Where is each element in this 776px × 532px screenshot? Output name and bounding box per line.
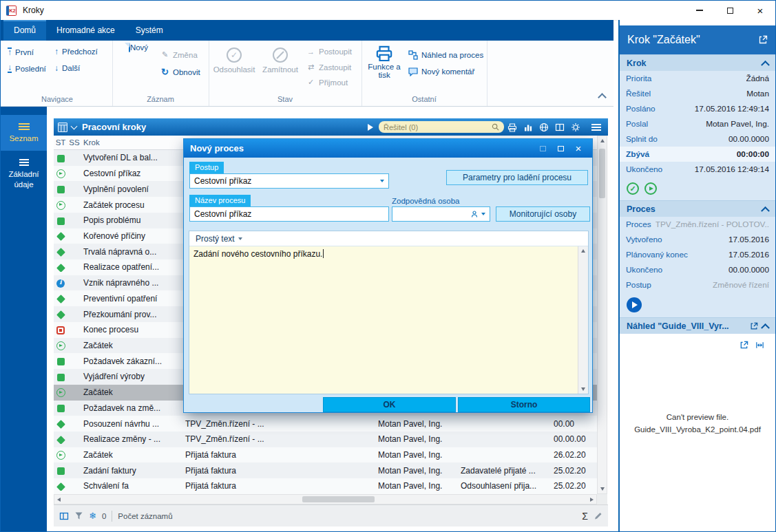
panel-field-row: PoslalMotan Pavel, Ing.	[620, 116, 775, 131]
open-external-icon[interactable]	[740, 341, 748, 350]
responsible-person-combobox[interactable]	[392, 206, 490, 222]
vscroll-thumb[interactable]	[599, 149, 605, 198]
filter-icon[interactable]	[74, 511, 83, 520]
tab-domu[interactable]: Domů	[3, 20, 46, 41]
tab-hromadne-akce[interactable]: Hromadné akce	[46, 20, 125, 41]
storno-button[interactable]: Storno	[458, 397, 590, 412]
postup-combobox[interactable]: Cestovní příkaz	[189, 173, 389, 189]
scroll-up-arrow[interactable]	[581, 249, 585, 253]
dialog-restore-button[interactable]	[535, 142, 550, 155]
reject-button[interactable]: Zamítnout	[258, 45, 302, 74]
minimize-button[interactable]	[684, 1, 715, 20]
col-header-st[interactable]: ST	[54, 138, 67, 147]
sidebar-item-seznam[interactable]: Seznam	[1, 115, 47, 151]
col-header-ss[interactable]: SS	[67, 138, 81, 147]
cell-krok: Schválení fa	[81, 481, 183, 491]
process-run-button[interactable]	[627, 297, 642, 312]
scroll-down-arrow[interactable]	[581, 387, 585, 391]
accept-button[interactable]: ✓Přijmout	[306, 78, 348, 87]
scroll-down-arrow[interactable]	[600, 487, 605, 491]
edit-pencil-icon[interactable]	[594, 511, 602, 520]
record-count-label: Počet záznamů	[118, 512, 172, 520]
refresh-button[interactable]: ↻Obnovit	[160, 67, 200, 77]
table-row[interactable]: ZačátekPřijatá fakturaMotan Pavel, Ing.2…	[54, 447, 597, 463]
run-filter-play-icon[interactable]	[368, 124, 373, 131]
status-diamond-icon	[56, 420, 65, 429]
last-record-button[interactable]: ↓Poslední	[8, 64, 46, 73]
dialog-maximize-button[interactable]	[553, 142, 568, 155]
chevron-down-icon[interactable]	[71, 123, 78, 130]
sidebar-item-zakladni-udaje[interactable]: Základní údaje	[1, 151, 47, 197]
split-view-icon[interactable]	[59, 511, 69, 521]
new-comment-button[interactable]: Nový komentář	[408, 67, 474, 76]
table-row[interactable]: Posouzení návrhu ...TPV_Změn.řízení - ..…	[54, 416, 597, 432]
section-header-krok[interactable]: Krok	[620, 54, 775, 71]
next-record-button[interactable]: ↓Další	[54, 64, 80, 72]
horizontal-scrollbar[interactable]	[54, 494, 597, 504]
step-run-icon[interactable]	[644, 182, 657, 195]
proces-action-icons	[620, 292, 775, 317]
field-value: 17.05.2016	[728, 235, 769, 244]
table-row[interactable]: Schválení faPřijatá fakturaMotan Pavel, …	[54, 478, 597, 494]
functions-print-button[interactable]: Funkce a tisk	[364, 43, 404, 79]
section-header-proces[interactable]: Proces	[620, 200, 775, 217]
new-record-button[interactable]: Nový	[120, 43, 156, 52]
scroll-right-arrow[interactable]	[590, 498, 594, 502]
vertical-scrollbar[interactable]	[597, 136, 607, 494]
print-button[interactable]	[505, 121, 520, 134]
snowflake-icon[interactable]: ❄	[89, 511, 96, 521]
tab-dropdown-icon[interactable]	[238, 237, 242, 240]
textarea-scrollbar[interactable]	[578, 246, 588, 394]
maximize-button[interactable]	[715, 1, 745, 20]
change-record-button[interactable]: ✎Změna	[160, 50, 198, 59]
panel-top-strip	[620, 20, 775, 25]
scroll-left-arrow[interactable]	[57, 498, 61, 502]
ribbon-collapse-chevron[interactable]	[598, 93, 607, 102]
panel-krok-rows: PrioritaŽádnáŘešitelMotanPosláno17.05.20…	[620, 71, 775, 177]
cell-krok: Konec procesu	[81, 325, 183, 334]
dialog-body: Postup Cestovní příkaz Parametry pro lad…	[184, 158, 592, 414]
table-row[interactable]: Realizace změny - ...TPV_Změn.řízení - .…	[54, 432, 597, 447]
dialog-titlebar[interactable]: Nový proces ×	[184, 139, 592, 158]
open-in-window-icon[interactable]	[750, 322, 758, 330]
scroll-up-arrow[interactable]	[600, 139, 605, 142]
hscroll-thumb[interactable]	[302, 496, 375, 502]
first-record-button[interactable]: ↑První	[8, 47, 34, 56]
table-row[interactable]: Zadání fakturyPřijatá fakturaMotan Pavel…	[54, 462, 597, 478]
close-button[interactable]: ×	[745, 1, 775, 20]
previous-record-button[interactable]: ↑Předchozí	[54, 47, 98, 56]
menu-button[interactable]	[589, 121, 604, 134]
ok-button[interactable]: OK	[323, 397, 456, 412]
panel-field-row: Plánovaný konec17.05.2016	[620, 247, 775, 262]
chart-button[interactable]	[521, 121, 536, 134]
grid-columns-icon[interactable]	[58, 123, 67, 132]
panel-field-row: Zbývá00:00:00	[620, 147, 775, 162]
panel-field-row: PostupZměnové řízení	[620, 277, 775, 292]
process-debug-params-button[interactable]: Parametry pro ladění procesu	[446, 170, 588, 185]
fit-width-icon[interactable]	[755, 341, 764, 350]
settings-button[interactable]	[568, 121, 583, 134]
forward-button[interactable]: →Postoupit	[306, 47, 352, 56]
step-done-icon[interactable]: ✓	[627, 182, 639, 195]
columns-button[interactable]	[552, 121, 567, 134]
tab-system[interactable]: Systém	[125, 20, 174, 41]
sum-icon[interactable]: Σ	[582, 511, 588, 522]
process-note-textarea[interactable]: Zadání nového cestovního příkazu.	[189, 246, 588, 394]
substitute-button[interactable]: ⇄Zastoupit	[306, 63, 351, 72]
monitoring-persons-button[interactable]: Monitorující osoby	[496, 206, 590, 222]
process-preview-button[interactable]: Náhled na proces	[408, 50, 483, 60]
cell-status	[54, 247, 67, 257]
open-in-window-icon[interactable]	[758, 35, 768, 45]
resitel-search-input[interactable]: Řešitel (0)	[379, 121, 504, 133]
section-header-nahled[interactable]: Náhled "Guide_VIII_Vyr...	[620, 317, 775, 334]
status-square-icon	[57, 374, 65, 381]
printer-icon	[375, 45, 393, 61]
tab-prosty-text[interactable]: Prostý text	[196, 234, 235, 244]
field-value: 17.05.2016 12:49:14	[695, 104, 769, 114]
approve-button[interactable]: ✓ Odsouhlasit	[211, 45, 257, 74]
col-header-krok[interactable]: Krok	[81, 138, 183, 147]
web-button[interactable]	[536, 121, 552, 134]
dialog-close-button[interactable]: ×	[571, 142, 586, 155]
process-name-input[interactable]: Cestovní příkaz	[189, 206, 389, 222]
group-label-zaznam: Záznam	[112, 95, 209, 103]
